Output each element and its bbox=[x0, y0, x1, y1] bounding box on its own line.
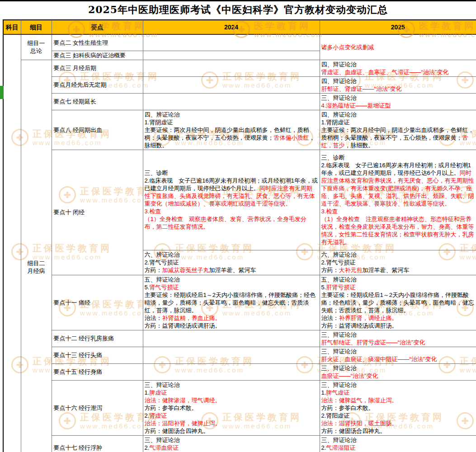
changed-text: 肾气亏损证 bbox=[149, 284, 179, 291]
changed-text: 气滞血瘀证 bbox=[149, 444, 179, 451]
ximu-cell-r1: 细目一总论 bbox=[21, 34, 52, 60]
cell-text: 2. bbox=[321, 444, 326, 451]
cell-text: 方药：益肾调经汤或调肝汤。 bbox=[321, 322, 398, 329]
changed-text: 肝火证、血瘀证、痰湿中阻证——“治法”变化 bbox=[321, 356, 437, 363]
changed-text: 肝气郁结证、肝肾亏虚证——“治法”变化 bbox=[321, 339, 425, 346]
cell-text: 三、诊断 bbox=[145, 170, 168, 176]
cell-text: 三、辩证论治 bbox=[321, 381, 357, 388]
ximu-cell-r3: 细目二月经病 bbox=[21, 60, 52, 452]
yaodian-cell-r14: 要点十七 经行浮肿 bbox=[52, 435, 143, 452]
changed-text: 气滞湿阻证 bbox=[326, 444, 355, 451]
changed-text: 治法：温肾扶阳，暖土固肠。 bbox=[321, 420, 398, 427]
cell-text: 方药：益肾调经汤或调肝汤。 bbox=[145, 322, 221, 329]
cell-text: 1. bbox=[145, 389, 150, 396]
cell-text: 三、辩证论治 bbox=[321, 437, 357, 443]
changed-text: （1）全身检查 观察患者体质、发育、营养状况，全身毛发分布，第二性征发育情况。 bbox=[145, 216, 306, 230]
y2025-cell-r11: 三、辩证论治肝火证、血瘀证、痰湿中阻证——“治法”变化 bbox=[320, 347, 476, 363]
cell-text: 5. bbox=[321, 284, 326, 291]
page-title: 2025年中医助理医师考试《中医妇科学》官方教材变动变动汇总 bbox=[0, 3, 476, 17]
changed-text: 3.检查 bbox=[145, 208, 161, 215]
cell-text: 要点十三 经行头痛 bbox=[54, 352, 103, 358]
kemu-cell-r1 bbox=[3, 34, 21, 452]
yaodian-cell-r12: 要点十五 经行身痛 bbox=[52, 363, 143, 380]
cell-text: 要点八 经间期出血 bbox=[54, 127, 103, 133]
cell-text: 要点十六 经行泄泻 bbox=[54, 405, 103, 411]
cell-text: 加淫羊藿、紫河车 bbox=[209, 267, 256, 273]
yaodian-cell-r7: 要点十 闭经 bbox=[52, 150, 143, 275]
cell-text: 主要证候：经期或经后1～2天内小腹绵绵作痛，伴腰骶酸痛；经色暗淡，量少，质稀薄；… bbox=[145, 292, 316, 314]
header-ximu: 细目 bbox=[21, 20, 52, 34]
cell-text: ，脉细数。 bbox=[345, 142, 374, 149]
header-kemu: 科目 bbox=[3, 20, 21, 34]
yaodian-cell-r10: 要点十二 经行乳房胀痛 bbox=[52, 330, 143, 347]
cell-text: 方药：参苓白术散。 bbox=[321, 405, 374, 411]
top-border bbox=[0, 0, 476, 1]
cell-text: 三、辩证论治 bbox=[145, 437, 180, 443]
cell-text: 1.肾阴虚证 bbox=[145, 119, 173, 126]
y2024-cell-r7: 三、诊断2.临床表现 女子已逾16周岁未有月经初潮；或月经初潮1年余，或已建立月… bbox=[143, 150, 320, 250]
y2024-cell-r4 bbox=[143, 76, 320, 93]
y2025-cell-r1: 诸多小点变化或删减 bbox=[320, 34, 476, 60]
cell-text: 细目二 bbox=[28, 260, 45, 267]
cell-text: 要点十五 经行身痛 bbox=[54, 368, 103, 375]
table-row: 要点十六 经行泄泻三、辩证论治1.脾虚证治法：健脾渗湿，理气调经。方药：参苓白术… bbox=[3, 380, 476, 435]
cell-text: 三、辩证论治 bbox=[321, 348, 357, 355]
changed-text: 治法：温阳补肾，健脾止泻。 bbox=[145, 420, 221, 427]
cell-text: 方药：健固汤合四神丸。 bbox=[145, 428, 209, 434]
cell-text: 2.肾气亏损证 bbox=[145, 259, 179, 266]
cell-text: 六、辨证论治 bbox=[145, 251, 180, 258]
changed-text: 诸多小点变化或删减 bbox=[321, 44, 374, 51]
cell-text: 五、辩证论治 bbox=[145, 276, 180, 283]
y2024-cell-r12 bbox=[143, 363, 320, 380]
cell-text: 总论 bbox=[30, 47, 42, 54]
table-row: 要点八 经间期出血四、辨证论治1.肾阴虚证主要证候：两次月经中间，阴道少量出血或… bbox=[3, 110, 476, 150]
y2024-cell-r1 bbox=[143, 34, 320, 51]
changed-text: 舌体偏小质红 bbox=[274, 134, 309, 141]
changed-text: 肝肾亏损证 bbox=[326, 284, 355, 291]
changes-table: 科目 细目 要点 2024 2025 细目一总论要点二 女性生殖生理诸多小点变化… bbox=[3, 19, 476, 452]
yaodian-cell-r1: 要点二 女性生殖生理 bbox=[52, 34, 143, 51]
cell-text: 三、辩证论治 bbox=[321, 94, 357, 101]
cell-text: 三、辩证论治 bbox=[321, 365, 357, 372]
cell-text: 2.肾阳虚证 bbox=[321, 412, 350, 419]
y2025-cell-r8: 六、辨证论治2.肾气亏损证方药：大补元煎加淫羊藿、紫河车 bbox=[320, 250, 476, 275]
cell-text: 四、辩证论治 bbox=[321, 78, 357, 85]
y2024-cell-r8: 六、辨证论治2.肾气亏损证方药：加减苁蓉菟丝子丸加淫羊藿、紫河车 bbox=[143, 250, 320, 275]
y2025-cell-r3: 四、辩证论治肾虚证、血虚证、血寒证、气滞证——“治法”变化 bbox=[320, 60, 476, 76]
cell-text: 2. bbox=[145, 412, 150, 419]
table-row: 细目一总论要点二 女性生殖生理诸多小点变化或删减 bbox=[3, 34, 476, 51]
cell-text: 方药： bbox=[145, 267, 162, 273]
page: 2025年中医助理医师考试《中医妇科学》官方教材变动变动汇总 ✚正保医学教育网w… bbox=[0, 0, 476, 452]
changed-text: 肾虚证 bbox=[149, 412, 167, 419]
changed-text: 补肾益精，养血止痛。 bbox=[162, 315, 221, 321]
table-row: 细目二月经病要点三 月经后期四、辩证论治肾虚证、血虚证、血寒证、气滞证——“治法… bbox=[3, 60, 476, 76]
y2024-cell-r3 bbox=[143, 60, 320, 76]
y2025-cell-r13: 三、辩证论治1.脾气虚证治法：健脾益气，除湿止泻。方药：参苓白术散。2.肾阳虚证… bbox=[320, 380, 476, 435]
table-row: 要点月经先后无定期四、辩证论治肝郁证、肾虚证——“治法”变化 bbox=[3, 76, 476, 93]
cell-text: 月经病 bbox=[28, 268, 45, 274]
y2025-cell-r14: 三、辩证论治2.气滞湿阻证治法：理气行滞，化湿消肿。 bbox=[320, 435, 476, 452]
table-row: 要点十一 痛经五、辩证论治5.肾气亏损证主要证候：经期或经后1～2天内小腹绵绵作… bbox=[3, 275, 476, 330]
changed-text: 肝郁证、肾虚证——“治法”变化 bbox=[321, 85, 402, 92]
cell-text: 加淫羊藿、紫河车 bbox=[363, 267, 410, 273]
table-row: 要点七 经期延长三、辩证论治4.湿热蕴结证——新增证型 bbox=[3, 93, 476, 110]
yaodian-cell-r9: 要点十一 痛经 bbox=[52, 275, 143, 330]
cell-text: 三、辩证论治 bbox=[145, 381, 180, 388]
table-row: 要点十 闭经三、诊断2.临床表现 女子已逾16周岁未有月经初潮；或月经初潮1年余… bbox=[3, 150, 476, 250]
header-2024: 2024 bbox=[143, 20, 320, 34]
cell-text: 方药：健固汤合四神丸。 bbox=[321, 428, 386, 434]
y2025-cell-r12: 三、辩证论治血瘀证——“治法”变化 bbox=[320, 363, 476, 380]
y2024-cell-r2 bbox=[143, 51, 320, 60]
cell-text: 5. bbox=[145, 284, 150, 291]
cell-text: 1.肾阴虚证 bbox=[321, 119, 350, 126]
yaodian-cell-r2: 要点三 妇科疾病的证治概要 bbox=[52, 51, 143, 60]
cell-text: 2.临床表现 女子已逾16周岁未有月经初潮；或月经初潮1年余，或已建立月经周期后… bbox=[321, 162, 471, 176]
y2025-cell-r7: 三、诊断2.临床表现 女子已逾16周岁未有月经初潮；或月经初潮1年余，或已建立月… bbox=[320, 150, 476, 250]
cell-text: 主要证候：经期或经后1～2天内小腹绵绵作痛，伴腰骶酸痛；经色暗淡，量少，质稀薄；… bbox=[321, 292, 474, 314]
cell-text: 要点三 妇科疾病的证治概要 bbox=[54, 52, 126, 59]
header-2025: 2025 bbox=[320, 20, 476, 34]
cell-text: 要点七 经期延长 bbox=[54, 98, 97, 105]
table-row: 要点十三 经行头痛三、辩证论治肝火证、血瘀证、痰湿中阻证——“治法”变化 bbox=[3, 347, 476, 363]
cell-text: 主要证候：两次月经中间，阴道少量出血或稍多，色鲜红，质稍稠；头晕腰酸，夜寐不宁，… bbox=[321, 127, 474, 141]
yaodian-cell-r6: 要点八 经间期出血 bbox=[52, 110, 143, 150]
